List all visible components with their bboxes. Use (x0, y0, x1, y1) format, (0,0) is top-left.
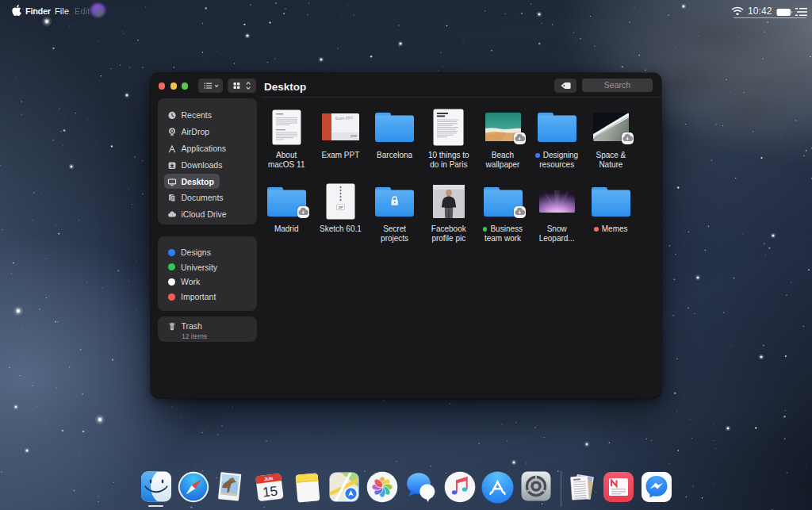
svg-text:15: 15 (262, 483, 278, 500)
svg-text:Exam PPT: Exam PPT (335, 117, 353, 121)
svg-text:ZIP: ZIP (338, 205, 343, 209)
